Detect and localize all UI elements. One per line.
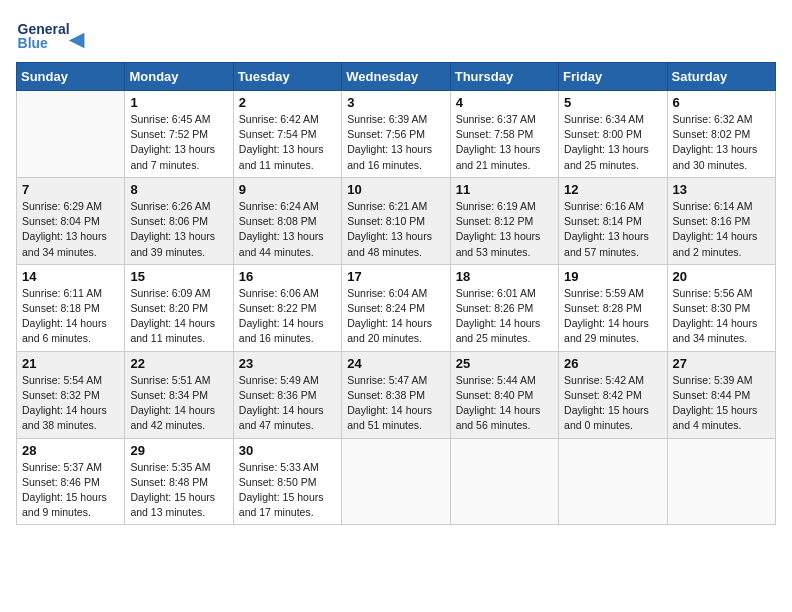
day-number: 3 <box>347 95 444 110</box>
day-number: 13 <box>673 182 770 197</box>
calendar-cell <box>450 438 558 525</box>
calendar-cell: 21Sunrise: 5:54 AM Sunset: 8:32 PM Dayli… <box>17 351 125 438</box>
calendar-header-row: SundayMondayTuesdayWednesdayThursdayFrid… <box>17 63 776 91</box>
col-header-thursday: Thursday <box>450 63 558 91</box>
day-number: 5 <box>564 95 661 110</box>
calendar-cell: 23Sunrise: 5:49 AM Sunset: 8:36 PM Dayli… <box>233 351 341 438</box>
col-header-saturday: Saturday <box>667 63 775 91</box>
calendar-cell: 3Sunrise: 6:39 AM Sunset: 7:56 PM Daylig… <box>342 91 450 178</box>
day-info: Sunrise: 5:35 AM Sunset: 8:48 PM Dayligh… <box>130 460 227 521</box>
day-number: 10 <box>347 182 444 197</box>
page-header: General Blue <box>16 16 776 54</box>
day-info: Sunrise: 5:42 AM Sunset: 8:42 PM Dayligh… <box>564 373 661 434</box>
calendar-cell <box>667 438 775 525</box>
day-number: 25 <box>456 356 553 371</box>
calendar-cell: 9Sunrise: 6:24 AM Sunset: 8:08 PM Daylig… <box>233 177 341 264</box>
day-info: Sunrise: 6:14 AM Sunset: 8:16 PM Dayligh… <box>673 199 770 260</box>
day-number: 27 <box>673 356 770 371</box>
day-number: 8 <box>130 182 227 197</box>
calendar-cell: 1Sunrise: 6:45 AM Sunset: 7:52 PM Daylig… <box>125 91 233 178</box>
calendar-cell: 20Sunrise: 5:56 AM Sunset: 8:30 PM Dayli… <box>667 264 775 351</box>
day-info: Sunrise: 6:32 AM Sunset: 8:02 PM Dayligh… <box>673 112 770 173</box>
calendar-cell: 11Sunrise: 6:19 AM Sunset: 8:12 PM Dayli… <box>450 177 558 264</box>
calendar-cell <box>342 438 450 525</box>
calendar-cell: 2Sunrise: 6:42 AM Sunset: 7:54 PM Daylig… <box>233 91 341 178</box>
day-info: Sunrise: 6:09 AM Sunset: 8:20 PM Dayligh… <box>130 286 227 347</box>
day-info: Sunrise: 5:44 AM Sunset: 8:40 PM Dayligh… <box>456 373 553 434</box>
day-number: 15 <box>130 269 227 284</box>
day-info: Sunrise: 6:21 AM Sunset: 8:10 PM Dayligh… <box>347 199 444 260</box>
day-number: 12 <box>564 182 661 197</box>
calendar-table: SundayMondayTuesdayWednesdayThursdayFrid… <box>16 62 776 525</box>
day-info: Sunrise: 6:24 AM Sunset: 8:08 PM Dayligh… <box>239 199 336 260</box>
day-info: Sunrise: 6:16 AM Sunset: 8:14 PM Dayligh… <box>564 199 661 260</box>
calendar-cell: 28Sunrise: 5:37 AM Sunset: 8:46 PM Dayli… <box>17 438 125 525</box>
day-number: 24 <box>347 356 444 371</box>
calendar-cell: 14Sunrise: 6:11 AM Sunset: 8:18 PM Dayli… <box>17 264 125 351</box>
day-info: Sunrise: 5:56 AM Sunset: 8:30 PM Dayligh… <box>673 286 770 347</box>
day-number: 7 <box>22 182 119 197</box>
day-number: 26 <box>564 356 661 371</box>
calendar-week-row: 28Sunrise: 5:37 AM Sunset: 8:46 PM Dayli… <box>17 438 776 525</box>
calendar-cell: 13Sunrise: 6:14 AM Sunset: 8:16 PM Dayli… <box>667 177 775 264</box>
day-number: 29 <box>130 443 227 458</box>
calendar-week-row: 14Sunrise: 6:11 AM Sunset: 8:18 PM Dayli… <box>17 264 776 351</box>
day-number: 21 <box>22 356 119 371</box>
day-info: Sunrise: 6:42 AM Sunset: 7:54 PM Dayligh… <box>239 112 336 173</box>
calendar-cell: 16Sunrise: 6:06 AM Sunset: 8:22 PM Dayli… <box>233 264 341 351</box>
day-info: Sunrise: 5:39 AM Sunset: 8:44 PM Dayligh… <box>673 373 770 434</box>
calendar-cell: 26Sunrise: 5:42 AM Sunset: 8:42 PM Dayli… <box>559 351 667 438</box>
calendar-cell: 22Sunrise: 5:51 AM Sunset: 8:34 PM Dayli… <box>125 351 233 438</box>
col-header-monday: Monday <box>125 63 233 91</box>
calendar-cell: 29Sunrise: 5:35 AM Sunset: 8:48 PM Dayli… <box>125 438 233 525</box>
calendar-cell: 19Sunrise: 5:59 AM Sunset: 8:28 PM Dayli… <box>559 264 667 351</box>
day-number: 19 <box>564 269 661 284</box>
calendar-cell: 7Sunrise: 6:29 AM Sunset: 8:04 PM Daylig… <box>17 177 125 264</box>
day-info: Sunrise: 6:04 AM Sunset: 8:24 PM Dayligh… <box>347 286 444 347</box>
calendar-week-row: 21Sunrise: 5:54 AM Sunset: 8:32 PM Dayli… <box>17 351 776 438</box>
calendar-cell: 17Sunrise: 6:04 AM Sunset: 8:24 PM Dayli… <box>342 264 450 351</box>
calendar-cell <box>17 91 125 178</box>
calendar-cell: 15Sunrise: 6:09 AM Sunset: 8:20 PM Dayli… <box>125 264 233 351</box>
calendar-cell: 5Sunrise: 6:34 AM Sunset: 8:00 PM Daylig… <box>559 91 667 178</box>
calendar-cell: 4Sunrise: 6:37 AM Sunset: 7:58 PM Daylig… <box>450 91 558 178</box>
logo: General Blue <box>16 16 86 54</box>
day-info: Sunrise: 6:19 AM Sunset: 8:12 PM Dayligh… <box>456 199 553 260</box>
day-number: 9 <box>239 182 336 197</box>
day-number: 17 <box>347 269 444 284</box>
day-number: 20 <box>673 269 770 284</box>
day-info: Sunrise: 5:33 AM Sunset: 8:50 PM Dayligh… <box>239 460 336 521</box>
calendar-cell: 8Sunrise: 6:26 AM Sunset: 8:06 PM Daylig… <box>125 177 233 264</box>
day-number: 23 <box>239 356 336 371</box>
day-info: Sunrise: 5:51 AM Sunset: 8:34 PM Dayligh… <box>130 373 227 434</box>
day-number: 28 <box>22 443 119 458</box>
day-number: 11 <box>456 182 553 197</box>
day-info: Sunrise: 5:59 AM Sunset: 8:28 PM Dayligh… <box>564 286 661 347</box>
day-number: 18 <box>456 269 553 284</box>
day-number: 6 <box>673 95 770 110</box>
calendar-cell: 27Sunrise: 5:39 AM Sunset: 8:44 PM Dayli… <box>667 351 775 438</box>
svg-text:Blue: Blue <box>18 35 49 51</box>
day-info: Sunrise: 6:37 AM Sunset: 7:58 PM Dayligh… <box>456 112 553 173</box>
calendar-cell: 10Sunrise: 6:21 AM Sunset: 8:10 PM Dayli… <box>342 177 450 264</box>
day-number: 1 <box>130 95 227 110</box>
calendar-cell: 25Sunrise: 5:44 AM Sunset: 8:40 PM Dayli… <box>450 351 558 438</box>
day-info: Sunrise: 5:37 AM Sunset: 8:46 PM Dayligh… <box>22 460 119 521</box>
calendar-week-row: 1Sunrise: 6:45 AM Sunset: 7:52 PM Daylig… <box>17 91 776 178</box>
calendar-cell: 6Sunrise: 6:32 AM Sunset: 8:02 PM Daylig… <box>667 91 775 178</box>
day-info: Sunrise: 6:39 AM Sunset: 7:56 PM Dayligh… <box>347 112 444 173</box>
calendar-cell: 30Sunrise: 5:33 AM Sunset: 8:50 PM Dayli… <box>233 438 341 525</box>
day-info: Sunrise: 6:34 AM Sunset: 8:00 PM Dayligh… <box>564 112 661 173</box>
calendar-cell: 18Sunrise: 6:01 AM Sunset: 8:26 PM Dayli… <box>450 264 558 351</box>
col-header-tuesday: Tuesday <box>233 63 341 91</box>
day-info: Sunrise: 5:47 AM Sunset: 8:38 PM Dayligh… <box>347 373 444 434</box>
svg-marker-2 <box>69 33 85 49</box>
col-header-friday: Friday <box>559 63 667 91</box>
day-number: 22 <box>130 356 227 371</box>
day-info: Sunrise: 6:45 AM Sunset: 7:52 PM Dayligh… <box>130 112 227 173</box>
calendar-cell: 12Sunrise: 6:16 AM Sunset: 8:14 PM Dayli… <box>559 177 667 264</box>
col-header-wednesday: Wednesday <box>342 63 450 91</box>
day-number: 16 <box>239 269 336 284</box>
day-number: 30 <box>239 443 336 458</box>
calendar-cell <box>559 438 667 525</box>
